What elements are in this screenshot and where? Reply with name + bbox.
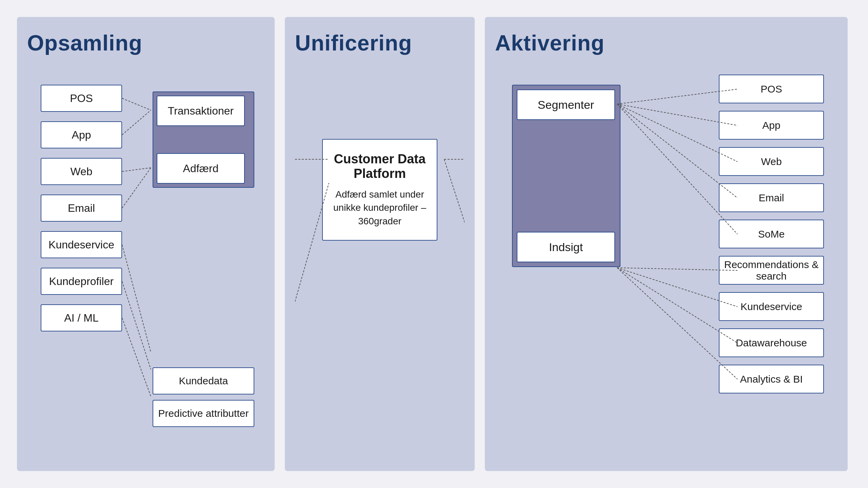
diagram: Opsamling POS App Web Email Kundeservice… xyxy=(17,17,851,471)
opsamling-title: Opsamling xyxy=(27,30,264,56)
source-kundeservice: Kundeservice xyxy=(41,231,122,258)
source-email: Email xyxy=(41,195,122,222)
adfaerd-box: Adfærd xyxy=(157,153,245,184)
source-aiml: AI / ML xyxy=(41,304,122,331)
svg-line-0 xyxy=(122,98,151,110)
output-pos: POS xyxy=(719,75,824,103)
output-app: App xyxy=(719,111,824,140)
aktivering-column: Aktivering Segmenter Indsigt POS App Web… xyxy=(485,17,848,471)
source-list: POS App Web Email Kundeservice Kundeprof… xyxy=(41,85,122,331)
output-email: Email xyxy=(719,183,824,212)
source-pos: POS xyxy=(41,85,122,112)
seg-group: Segmenter Indsigt xyxy=(512,85,620,267)
indsigt-box: Indsigt xyxy=(517,232,615,262)
output-list: POS App Web Email SoMe Recommendations &… xyxy=(719,75,824,393)
svg-line-1 xyxy=(122,110,151,135)
kunde-group: Kundedata Predictive attributter xyxy=(153,367,254,427)
opsamling-column: Opsamling POS App Web Email Kundeservice… xyxy=(17,17,275,471)
output-datawarehouse: Datawarehouse xyxy=(719,328,824,357)
predictive-box: Predictive attributter xyxy=(153,400,254,427)
output-kundeservice: Kundeservice xyxy=(719,292,824,321)
output-analytics: Analytics & BI xyxy=(719,365,824,393)
kundedata-box: Kundedata xyxy=(153,367,254,394)
trans-filler xyxy=(157,126,250,153)
seg-filler xyxy=(517,120,616,232)
output-recommendations: Recommendations & search xyxy=(719,256,824,285)
opsamling-inner: Opsamling POS App Web Email Kundeservice… xyxy=(27,30,264,454)
aktivering-title: Aktivering xyxy=(495,30,837,56)
output-web: Web xyxy=(719,147,824,176)
svg-line-5 xyxy=(122,281,151,369)
svg-line-2 xyxy=(122,168,151,171)
trans-group: Transaktioner Adfærd xyxy=(153,92,254,188)
unificering-column: Unificering Customer Data Platform Adfær… xyxy=(285,17,475,471)
source-kundeprofiler: Kundeprofiler xyxy=(41,268,122,295)
unificering-title: Unificering xyxy=(295,30,465,56)
svg-line-4 xyxy=(122,245,151,352)
cdp-desc: Adfærd samlet under unikke kundeprofiler… xyxy=(333,188,427,228)
transaktioner-box: Transaktioner xyxy=(157,96,245,126)
aktivering-inner: Aktivering Segmenter Indsigt POS App Web… xyxy=(495,30,837,454)
svg-line-6 xyxy=(122,318,151,396)
cdp-box: Customer Data Platform Adfærd samlet und… xyxy=(322,139,437,241)
svg-line-10 xyxy=(444,159,465,285)
output-some: SoMe xyxy=(719,220,824,248)
svg-line-3 xyxy=(122,168,151,208)
cdp-title: Customer Data Platform xyxy=(333,152,427,181)
source-app: App xyxy=(41,121,122,148)
source-web: Web xyxy=(41,158,122,185)
segmenter-box: Segmenter xyxy=(517,89,615,120)
unificering-arrows xyxy=(295,30,465,454)
unificering-inner: Unificering Customer Data Platform Adfær… xyxy=(295,30,465,454)
